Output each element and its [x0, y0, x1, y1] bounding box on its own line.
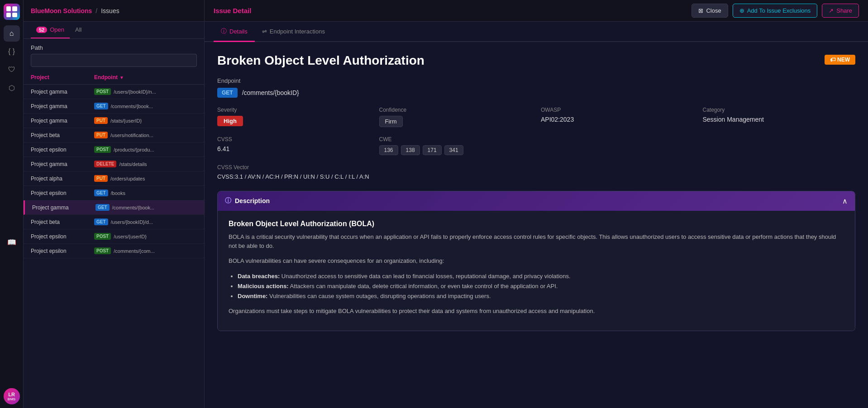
list-item[interactable]: Project gamma GET /comments/{book... [24, 99, 204, 114]
endpoint-label: Endpoint [217, 77, 855, 84]
list-header: Project Endpoint ▼ [24, 71, 204, 85]
cwe-item: CWE 136 138 171 341 [379, 136, 856, 155]
list-item[interactable]: Project epsilon GET /books [24, 186, 204, 200]
category-label: Category [703, 107, 856, 113]
app-logo[interactable] [4, 4, 20, 20]
confidence-item: Confidence Firm [379, 107, 532, 127]
main-area: Issue Detail ⊠ Close ⊕ Add To Issue Excl… [205, 0, 868, 408]
home-icon[interactable]: ⌂ [4, 25, 20, 42]
cwe-tag[interactable]: 138 [401, 145, 420, 155]
cvss-vector-label: CVSS Vector [217, 164, 855, 171]
share-button[interactable]: ↗ Share [822, 4, 859, 18]
col-project-label: Project [31, 74, 94, 81]
sort-icon[interactable]: ▼ [119, 75, 124, 80]
severity-label: Severity [217, 107, 370, 113]
confidence-value: Firm [379, 116, 403, 127]
desc-bullet: Downtime: Vulnerabilities can cause syst… [238, 291, 844, 301]
list-item[interactable]: Project epsilon POST /users/{userID} [24, 229, 204, 244]
connections-icon: ⇌ [262, 28, 267, 35]
confidence-label: Confidence [379, 107, 532, 113]
app-name[interactable]: BlueMoon Solutions [31, 7, 92, 14]
details-icon: ⓘ [221, 27, 227, 35]
tab-open[interactable]: 52 Open [31, 22, 70, 38]
avatar[interactable]: LR BMS [4, 388, 20, 404]
breadcrumb-sep: / [95, 7, 97, 14]
cwe-tag[interactable]: 171 [423, 145, 442, 155]
info-icon: ⓘ [225, 197, 231, 205]
list-item[interactable]: Project epsilon POST /products/{produ... [24, 142, 204, 157]
left-topbar: BlueMoon Solutions / Issues [24, 0, 204, 22]
add-exclusion-button[interactable]: ⊕ Add To Issue Exclusions [733, 4, 818, 18]
issue-header: Broken Object Level Authorization 🏷 NEW [217, 53, 855, 68]
endpoint-display: GET /comments/{bookID} [217, 88, 855, 98]
issue-list: Project gamma POST /users/{bookID}/n... … [24, 85, 204, 408]
tab-all[interactable]: All [70, 22, 87, 38]
desc-closing: Organizations must take steps to mitigat… [229, 307, 844, 316]
cwe-tag[interactable]: 136 [379, 145, 398, 155]
desc-intro: BOLA is a critical security vulnerabilit… [229, 232, 844, 251]
desc-bullet: Malicious actions: Attackers can manipul… [238, 281, 844, 291]
description-body: Broken Object Level Authorization (BOLA)… [218, 211, 855, 331]
meta-grid: Severity High Confidence Firm OWASP API0… [217, 107, 855, 127]
breadcrumb-section: Issues [101, 7, 119, 14]
close-button[interactable]: ⊠ Close [692, 4, 728, 18]
icon-rail: ⌂ { } 🛡 ⬡ 📖 LR BMS [0, 0, 24, 408]
page-title: Issue Detail [214, 7, 251, 14]
cwe-tag[interactable]: 341 [444, 145, 463, 155]
topbar-actions: ⊠ Close ⊕ Add To Issue Exclusions ↗ Shar… [692, 4, 859, 18]
list-item[interactable]: Project beta PUT /users/notification... [24, 128, 204, 142]
exclusion-icon: ⊕ [739, 7, 744, 14]
cvss-label: CVSS [217, 136, 370, 142]
desc-consequences-intro: BOLA vulnerabilities can have severe con… [229, 256, 844, 266]
endpoint-method: GET [217, 88, 238, 98]
owasp-value: API02:2023 [541, 116, 694, 123]
path-section: Path [24, 39, 204, 71]
main-topbar: Issue Detail ⊠ Close ⊕ Add To Issue Excl… [205, 0, 868, 22]
tab-details[interactable]: ⓘ Details [214, 22, 255, 42]
share-icon: ↗ [829, 7, 834, 14]
collapse-icon[interactable]: ∧ [842, 197, 848, 205]
desc-title: Broken Object Level Authorization (BOLA) [229, 220, 844, 228]
detail-tabs: ⓘ Details ⇌ Endpoint Interactions [205, 22, 868, 42]
owasp-label: OWASP [541, 107, 694, 113]
book-icon[interactable]: 📖 [4, 234, 20, 250]
open-badge: 52 [36, 27, 47, 33]
new-badge: 🏷 NEW [825, 55, 855, 65]
tab-all-label: All [75, 26, 81, 33]
category-value: Session Management [703, 116, 856, 123]
category-item: Category Session Management [703, 107, 856, 123]
detail-content: Broken Object Level Authorization 🏷 NEW … [205, 42, 868, 408]
description-header[interactable]: ⓘ Description ∧ [218, 191, 855, 211]
cwe-tags: 136 138 171 341 [379, 145, 856, 155]
list-item-active[interactable]: Project gamma GET /comments/{book... [24, 200, 204, 215]
owasp-item: OWASP API02:2023 [541, 107, 694, 123]
network-icon[interactable]: ⬡ [4, 80, 20, 96]
desc-bullets: Data breaches: Unauthorized access to se… [238, 271, 844, 301]
cvss-vector-section: CVSS Vector CVSS:3.1 / AV:N / AC:H / PR:… [217, 164, 855, 180]
close-icon: ⊠ [698, 7, 703, 14]
left-tabs: 52 Open All [24, 22, 204, 39]
left-panel: BlueMoon Solutions / Issues 52 Open All … [24, 0, 205, 408]
list-item[interactable]: Project beta GET /users/{bookID}/d... [24, 215, 204, 229]
tab-open-label: Open [50, 26, 64, 33]
avatar-initials: LR [8, 392, 15, 397]
list-item[interactable]: Project gamma POST /users/{bookID}/n... [24, 85, 204, 99]
description-section: ⓘ Description ∧ Broken Object Level Auth… [217, 191, 855, 331]
cvss-vector-value: CVSS:3.1 / AV:N / AC:H / PR:N / UI:N / S… [217, 173, 855, 180]
shield-icon[interactable]: 🛡 [4, 62, 20, 78]
avatar-org: BMS [8, 397, 16, 401]
issue-title: Broken Object Level Authorization [217, 53, 424, 68]
cwe-label: CWE [379, 136, 856, 142]
cvss-item: CVSS 6.41 [217, 136, 370, 152]
list-item[interactable]: Project gamma PUT /stats/{userID} [24, 114, 204, 128]
path-label: Path [31, 44, 197, 51]
endpoint-url: /comments/{bookID} [242, 89, 299, 96]
tab-endpoint-interactions[interactable]: ⇌ Endpoint Interactions [255, 22, 332, 42]
path-input[interactable] [31, 54, 197, 67]
list-item[interactable]: Project epsilon POST /comments/{com... [24, 244, 204, 258]
code-icon[interactable]: { } [4, 43, 20, 60]
list-item[interactable]: Project gamma DELETE /stats/details [24, 157, 204, 171]
list-item[interactable]: Project alpha PUT /orders/updates [24, 171, 204, 186]
severity-value: High [217, 116, 243, 126]
cvss-cwe-grid: CVSS 6.41 CWE 136 138 171 341 [217, 136, 855, 155]
